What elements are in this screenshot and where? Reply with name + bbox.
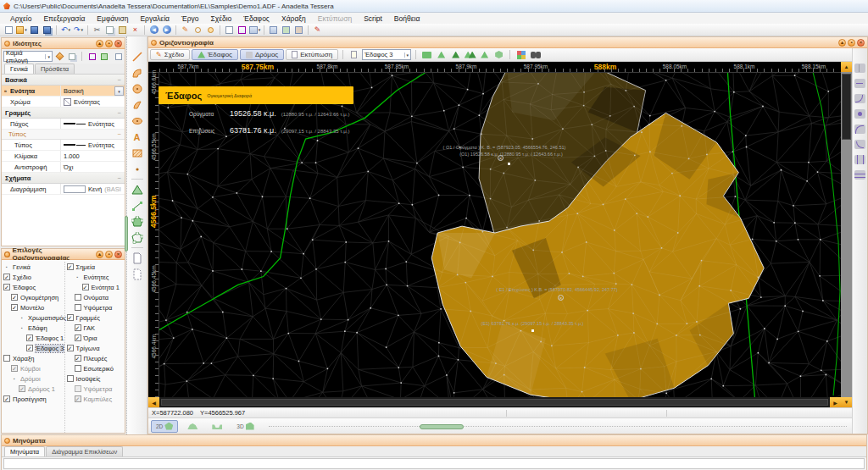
terrain-new-icon[interactable] [420,49,433,61]
panel-collapse-button[interactable]: ▴ [838,39,846,47]
select-tool-icon[interactable] [55,52,64,61]
road-straight-icon[interactable] [854,64,865,73]
tree-contours[interactable]: Ισοϋψείς [67,373,125,384]
scroll-right-icon[interactable]: ▶ [830,397,841,407]
terrain-prism-icon[interactable] [492,49,505,61]
terrain-info-icon[interactable] [348,49,360,61]
zoom-search-icon[interactable] [192,25,204,36]
point-tool-icon[interactable] [130,162,145,176]
sheet-dashed-icon[interactable] [130,267,145,281]
road-roundabout-icon[interactable] [854,109,865,119]
window-tile-3-icon[interactable] [292,25,305,36]
tree-model[interactable]: Μοντέλο [3,302,64,312]
text-tool-icon[interactable]: A [130,130,145,144]
selection-combo[interactable]: Καμιά επιλογή▾ [3,51,53,62]
tree-roads[interactable]: Δρόμοι [3,373,64,384]
prop-row-section[interactable]: Ενότητα Βασική ▾ [2,86,125,97]
map-canvas[interactable]: 587.7km 587.75km 587.8km 587.85km 587.9k… [148,62,852,407]
scroll-up-icon[interactable]: ▲ [841,62,852,72]
save-icon[interactable] [28,25,41,36]
menu-view[interactable]: Εμφάνιση [91,14,134,23]
grid-view-icon[interactable] [87,52,97,61]
sheet-icon[interactable] [130,251,145,265]
road-branch-icon[interactable] [854,140,865,149]
panel-close-button[interactable]: × [857,39,865,47]
triangle-terrain-icon[interactable] [130,182,145,196]
tree-drawing[interactable]: Σχέδιο [3,272,64,282]
road-crossing-icon[interactable] [854,170,865,180]
save-all-icon[interactable] [41,25,53,36]
tab-drawing[interactable]: ✎ Σχέδιο [150,49,190,60]
tab-general[interactable]: Γενικά [4,64,34,74]
panel-pin-button[interactable]: ▪ [105,251,113,258]
scroll-down-icon[interactable]: ▼ [841,397,852,407]
tree-gak[interactable]: ΓΑΚ [67,323,125,333]
menu-file[interactable]: Αρχείο [4,14,37,23]
pie-tool-icon[interactable] [130,97,145,112]
arc-tool-icon[interactable] [130,65,145,80]
section-shapes[interactable]: Σχήματα− [2,173,125,184]
view-3d-button[interactable]: 3D [231,420,259,433]
redo-icon[interactable]: ↷▾ [72,25,85,36]
tree-terrains[interactable]: Εδάφη [3,323,64,333]
prop-row-scale[interactable]: Κλίμακα 1.000 [2,151,125,162]
tree-terrain-1[interactable]: Έδαφος 1 [3,333,64,343]
subsection-type[interactable]: Τύπος− [2,130,125,140]
new-document-icon[interactable] [3,25,15,36]
tree-volumetry[interactable]: Ογκομέτρηση [3,292,64,302]
cut-icon[interactable]: ✂ [91,25,103,36]
vertical-scroll-thumb[interactable] [842,74,851,140]
prop-row-color[interactable]: Χρώμα Ενότητας [2,97,125,108]
tree-elevations[interactable]: Υψόμετρα [67,302,125,312]
open-file-icon[interactable]: ▾ [15,25,28,36]
road-turn-icon[interactable] [854,124,865,134]
terrain-line-icon[interactable] [130,198,145,213]
prop-row-invert[interactable]: Αντιστροφή Όχι [2,162,125,173]
panel-collapse-button[interactable]: ▴ [96,251,103,258]
copy-properties-icon[interactable] [67,52,76,61]
plan-view-header[interactable]: Οριζοντιογραφία ▴ ▪ × [148,37,867,48]
tree-names[interactable]: Ονόματα [67,292,125,302]
zoom-region-icon[interactable] [204,25,217,36]
view-cross-section-button[interactable] [207,420,227,433]
nav-back-icon[interactable]: ◀ [147,25,160,36]
menu-tools[interactable]: Εργαλεία [134,14,175,23]
panel-close-button[interactable]: × [114,40,122,47]
terrain-region-icon[interactable] [130,214,145,229]
page-preview-icon[interactable] [223,25,236,36]
horizontal-scrollbar[interactable]: ◀ ▶ [148,397,841,407]
plan-options-header[interactable]: Επιλογές Οριζοντιογραφίας ▴ ▪ × [2,249,125,260]
find-icon[interactable] [529,49,542,61]
tab-additional[interactable]: Πρόσθετα [35,64,75,74]
nav-forward-icon[interactable]: ▶ [160,25,173,36]
tree-terrain[interactable]: Έδαφος [3,282,64,292]
export-table-icon[interactable] [99,52,108,61]
vertical-scrollbar[interactable]: ▲ ▼ [841,62,852,407]
menu-edit[interactable]: Επεξεργασία [37,14,91,23]
tree-lines[interactable]: Γραμμές [67,312,125,323]
menu-alignment[interactable]: Χάραξη [275,14,312,23]
panel-collapse-button[interactable]: ▴ [96,40,103,47]
terrain-cut-icon[interactable] [478,49,491,61]
circle-tool-icon[interactable] [130,81,145,96]
tree-contour-elevations[interactable]: Υψόμετρα [67,384,125,394]
terrain-edit-icon[interactable] [435,49,448,61]
window-tile-1-icon[interactable] [267,25,280,36]
tab-superelevation-diagram[interactable]: Διάγραμμα Επικλίσεων [46,446,123,456]
section-lines[interactable]: Γραμμές− [2,108,125,119]
hatch-preview[interactable] [64,185,86,193]
tree-approach[interactable]: Προσέγγιση [3,394,64,404]
menu-script[interactable]: Script [358,14,388,23]
tab-road[interactable]: Δρόμος [240,49,284,60]
bottom-splitter-handle[interactable] [420,424,464,429]
terrain-show-icon[interactable] [449,49,462,61]
panel-pin-button[interactable]: ▪ [848,39,855,47]
undo-icon[interactable]: ↶▾ [59,25,72,36]
tree-curves[interactable]: Καμπύλες [67,394,125,404]
page-setup-icon[interactable] [236,25,248,36]
color-scale-icon[interactable] [515,49,527,61]
prop-row-type[interactable]: Τύπος Ενότητας [2,140,125,151]
tab-print[interactable]: Εκτύπωση [286,49,338,60]
tab-terrain[interactable]: Έδαφος [192,49,238,60]
terrain-select-combo[interactable]: Έδαφος 3▾ [362,49,411,60]
